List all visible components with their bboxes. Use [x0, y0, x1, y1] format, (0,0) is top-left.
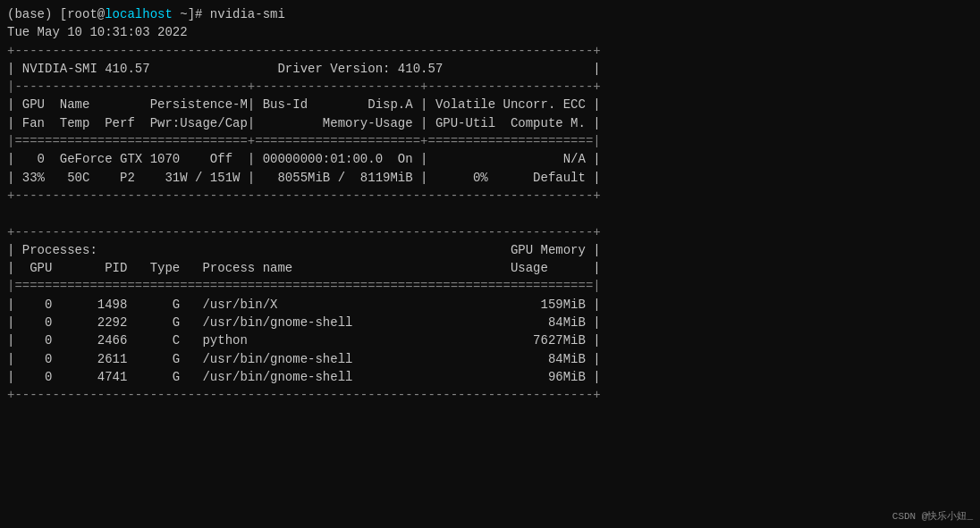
prompt-end: ~]# nvidia-smi: [173, 7, 285, 21]
separator-1: +---------------------------------------…: [7, 42, 973, 60]
process-row-4: | 0 2611 G /usr/bin/gnome-shell 84MiB |: [7, 350, 973, 368]
processes-cols: | GPU PID Type Process name Usage |: [7, 259, 973, 277]
separator-4: +---------------------------------------…: [7, 187, 973, 205]
blank-line: [7, 205, 973, 222]
date-line: Tue May 10 10:31:03 2022: [7, 23, 973, 41]
hostname: localhost: [105, 7, 173, 21]
cmd-line: (base) [root@localhost ~]# nvidia-smi: [7, 5, 973, 23]
separator-2: |-------------------------------+-------…: [7, 78, 973, 96]
terminal-window: (base) [root@localhost ~]# nvidia-smi Tu…: [0, 0, 980, 528]
watermark: CSDN @快乐小妞_: [892, 509, 973, 523]
processes-header: | Processes: GPU Memory |: [7, 241, 973, 259]
process-row-1: | 0 1498 G /usr/bin/X 159MiB |: [7, 296, 973, 314]
process-row-2: | 0 2292 G /usr/bin/gnome-shell 84MiB |: [7, 314, 973, 331]
separator-7: +---------------------------------------…: [7, 386, 973, 404]
gpu-header-2: | Fan Temp Perf Pwr:Usage/Cap| Memory-Us…: [7, 114, 973, 132]
gpu-header-1: | GPU Name Persistence-M| Bus-Id Disp.A …: [7, 96, 973, 113]
process-row-3: | 0 2466 C python 7627MiB |: [7, 331, 973, 349]
smi-version-line: | NVIDIA-SMI 410.57 Driver Version: 410.…: [7, 60, 973, 78]
separator-3: |===============================+=======…: [7, 132, 973, 150]
separator-6: |=======================================…: [7, 277, 973, 295]
prompt-base: (base) [root@: [7, 7, 105, 21]
separator-5: +---------------------------------------…: [7, 223, 973, 241]
process-row-5: | 0 4741 G /usr/bin/gnome-shell 96MiB |: [7, 368, 973, 386]
gpu0-row2: | 33% 50C P2 31W / 151W | 8055MiB / 8119…: [7, 169, 973, 187]
gpu0-row1: | 0 GeForce GTX 1070 Off | 00000000:01:0…: [7, 150, 973, 168]
